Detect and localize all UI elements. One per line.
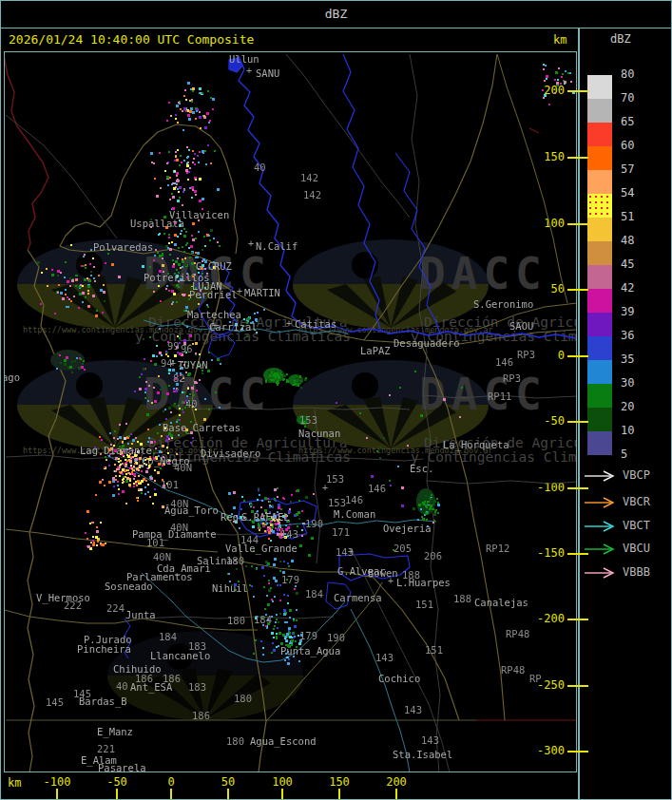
map-road-number: 184: [159, 631, 177, 642]
legend-item-vbcp: VBCP: [623, 468, 650, 482]
map-road-number: 40: [254, 162, 266, 173]
map-road-number: RP11: [488, 390, 511, 402]
km-unit-label: km: [553, 33, 566, 47]
map-road-number: 184: [305, 588, 323, 600]
info-bar: 2026/01/24 10:40:00 UTC Composite km: [1, 29, 578, 51]
colorbar-value-label: 36: [621, 329, 634, 342]
radar-app-window: dBZ 2026/01/24 10:40:00 UTC Composite km…: [0, 0, 672, 800]
legend-item-vbct: VBCT: [623, 519, 650, 532]
map-place-label: TUYAN: [178, 359, 208, 371]
timestamp-label: 2026/01/24 10:40:00 UTC Composite: [9, 32, 254, 47]
map-road-number: 99: [167, 340, 180, 352]
y-axis-tick: [567, 90, 588, 92]
km-unit-label-bottom: km: [8, 776, 21, 790]
map-cross-marker: +: [212, 320, 218, 331]
map-place-label: Nacunan: [298, 428, 340, 439]
y-axis-tick: [567, 553, 588, 555]
map-road-number: 190: [305, 518, 323, 529]
map-place-label: Canalejas: [474, 597, 528, 608]
map-place-label: N.Calif: [256, 240, 298, 252]
y-axis-tick: [567, 223, 588, 225]
colorbar-block: [587, 336, 612, 360]
map-road-number: 40: [116, 680, 128, 692]
colorbar-value-label: 60: [621, 139, 634, 152]
map-place-label: Base_Carretas: [163, 422, 240, 433]
map-cross-marker: +: [348, 546, 354, 557]
x-axis-tick-label: 100: [261, 775, 303, 789]
x-axis-tick: [338, 789, 340, 799]
radar-map[interactable]: DACCDirección de Agriculturay Contingenc…: [4, 51, 577, 772]
map-road-number: 145: [46, 696, 64, 708]
colorbar-block: [587, 241, 612, 265]
map-place-label: G.CRUZ: [196, 260, 232, 272]
map-road-number: 183: [188, 681, 206, 693]
map-place-label: Valle_Grande: [225, 543, 298, 554]
colorbar-value-label: 57: [621, 162, 634, 176]
colorbar-block: [587, 408, 612, 431]
y-axis-tick: [567, 751, 588, 752]
colorbar-block: [587, 218, 612, 241]
map-place-label: Polvaredas: [93, 241, 153, 253]
vbcu-arrow-icon: [583, 543, 621, 555]
map-place-label: Pasarela: [98, 762, 146, 772]
x-axis-tick: [170, 789, 172, 799]
map-road-number: 188: [453, 593, 471, 604]
legend-item-vbcu: VBCU: [623, 542, 650, 555]
y-axis-tick: [567, 487, 588, 489]
vbbb-arrow-icon: [583, 567, 621, 579]
map-cross-marker: +: [286, 318, 292, 329]
x-axis-tick: [227, 789, 229, 799]
map-road-number: 224: [106, 602, 125, 614]
colorbar-value-label: 42: [621, 281, 634, 295]
map-place-label: S.RAFAEL: [241, 511, 290, 523]
vbcp-arrow-icon: [583, 470, 621, 482]
y-axis-tick: [567, 421, 588, 423]
x-axis-tick-label: 50: [207, 775, 249, 789]
map-place-label: Divisadero: [201, 448, 260, 459]
colorbar-value-label: 20: [621, 400, 634, 413]
colorbar-value-label: 65: [621, 115, 634, 128]
y-axis-tick: [567, 619, 588, 620]
map-place-label: Esc.: [410, 463, 433, 474]
map-place-label: Perdriel: [189, 289, 238, 300]
map-road-number: 221: [97, 743, 115, 754]
map-place-label: Ant_ESA: [130, 681, 172, 693]
colorbar-block: [587, 360, 612, 384]
colorbar-value-label: 48: [621, 234, 634, 247]
map-road-number: RP48: [501, 664, 525, 676]
colorbar-block: [587, 289, 612, 313]
map-place-label: Ullun: [229, 53, 259, 65]
map-place-label: La_Horqueta: [443, 439, 509, 450]
x-axis-tick-label: 0: [150, 775, 192, 789]
x-axis-tick-label: -50: [96, 775, 138, 789]
map-place-label: Cda_Amari: [157, 562, 211, 574]
x-axis-tick: [116, 789, 118, 799]
colorbar-title: dBZ: [610, 32, 631, 46]
map-road-number: 151: [425, 644, 443, 656]
x-axis: km -100-50050100150200: [1, 772, 578, 799]
map-place-label: E_Manz: [97, 726, 133, 737]
map-place-label: Llancanelo: [150, 650, 210, 661]
map-cross-marker: +: [170, 358, 176, 369]
title-bar: dBZ: [1, 1, 671, 29]
colorbar-block: [587, 123, 612, 146]
map-road-number: RP3: [503, 372, 521, 384]
map-road-number: RP12: [486, 543, 509, 554]
map-road-number: 146: [345, 494, 363, 505]
colorbar-block: [587, 313, 612, 336]
colorbar-block: [587, 146, 612, 170]
map-place-label: SAOU: [509, 320, 533, 332]
colorbar-block: [587, 431, 612, 455]
map-road-number: 143: [421, 734, 439, 746]
map-place-label: S.Geronimo: [473, 298, 533, 310]
colorbar-block: [587, 194, 612, 218]
map-place-label: ago: [4, 371, 20, 383]
y-axis-tick: [567, 157, 588, 159]
map-road-number: 142: [303, 189, 321, 200]
y-axis-tick: [567, 289, 588, 291]
map-place-label: Agua_Escond: [250, 735, 317, 747]
map-road-number: 96: [181, 343, 193, 354]
map-road-number: 171: [332, 526, 350, 538]
map-road-number: RP: [529, 673, 542, 684]
colorbar-value-label: 80: [621, 67, 634, 81]
